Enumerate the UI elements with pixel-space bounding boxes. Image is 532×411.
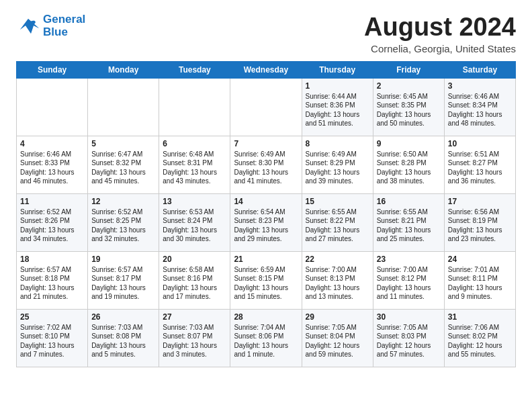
- day-number: 20: [163, 255, 226, 264]
- title-block: August 2024 Cornelia, Georgia, United St…: [364, 13, 516, 54]
- day-details: Sunrise: 6:48 AMSunset: 8:31 PMDaylight:…: [163, 150, 226, 186]
- day-details: Sunrise: 6:54 AMSunset: 8:23 PMDaylight:…: [234, 208, 298, 244]
- day-details: Sunrise: 6:55 AMSunset: 8:22 PMDaylight:…: [306, 208, 369, 244]
- day-details: Sunrise: 6:46 AMSunset: 8:34 PMDaylight:…: [448, 92, 512, 128]
- calendar-cell: 12Sunrise: 6:52 AMSunset: 8:25 PMDayligh…: [88, 193, 159, 251]
- day-details: Sunrise: 6:45 AMSunset: 8:35 PMDaylight:…: [377, 92, 441, 128]
- day-number: 27: [163, 312, 226, 322]
- day-details: Sunrise: 6:49 AMSunset: 8:30 PMDaylight:…: [234, 150, 298, 186]
- calendar-cell: 6Sunrise: 6:48 AMSunset: 8:31 PMDaylight…: [159, 136, 230, 193]
- page-header: General Blue August 2024 Cornelia, Georg…: [16, 13, 516, 54]
- day-number: 22: [306, 255, 369, 264]
- day-number: 30: [377, 312, 441, 322]
- day-details: Sunrise: 6:49 AMSunset: 8:29 PMDaylight:…: [306, 150, 369, 186]
- calendar-week-5: 25Sunrise: 7:02 AMSunset: 8:10 PMDayligh…: [17, 309, 516, 367]
- calendar-cell: 9Sunrise: 6:50 AMSunset: 8:28 PMDaylight…: [373, 136, 444, 193]
- calendar-cell: 14Sunrise: 6:54 AMSunset: 8:23 PMDayligh…: [230, 193, 302, 251]
- calendar-body: 1Sunrise: 6:44 AMSunset: 8:36 PMDaylight…: [17, 78, 516, 367]
- day-details: Sunrise: 6:52 AMSunset: 8:25 PMDaylight:…: [91, 208, 155, 244]
- calendar-cell: 29Sunrise: 7:05 AMSunset: 8:04 PMDayligh…: [302, 309, 373, 367]
- logo-icon: [16, 16, 40, 36]
- day-number: 23: [377, 255, 441, 264]
- day-number: 7: [234, 139, 298, 148]
- day-details: Sunrise: 6:56 AMSunset: 8:19 PMDaylight:…: [448, 208, 512, 244]
- location-subtitle: Cornelia, Georgia, United States: [364, 43, 516, 54]
- day-details: Sunrise: 6:46 AMSunset: 8:33 PMDaylight:…: [20, 150, 84, 186]
- calendar-cell: 21Sunrise: 6:59 AMSunset: 8:15 PMDayligh…: [230, 251, 302, 309]
- day-details: Sunrise: 7:05 AMSunset: 8:04 PMDaylight:…: [306, 323, 369, 359]
- calendar-cell: 30Sunrise: 7:05 AMSunset: 8:03 PMDayligh…: [373, 309, 444, 367]
- day-number: 24: [448, 255, 512, 264]
- day-number: 25: [20, 312, 84, 322]
- day-details: Sunrise: 7:04 AMSunset: 8:06 PMDaylight:…: [234, 323, 298, 359]
- day-number: 5: [91, 139, 155, 148]
- day-number: 21: [234, 255, 298, 264]
- day-number: 15: [306, 197, 369, 206]
- day-details: Sunrise: 7:00 AMSunset: 8:12 PMDaylight:…: [377, 265, 441, 302]
- logo: General Blue: [16, 13, 85, 38]
- day-number: 9: [377, 139, 441, 148]
- day-number: 11: [20, 197, 84, 206]
- weekday-header-monday: Monday: [88, 61, 159, 78]
- weekday-header-sunday: Sunday: [17, 61, 88, 78]
- svg-marker-1: [20, 19, 39, 34]
- calendar-cell: 4Sunrise: 6:46 AMSunset: 8:33 PMDaylight…: [17, 136, 88, 193]
- calendar-cell: 2Sunrise: 6:45 AMSunset: 8:35 PMDaylight…: [373, 78, 444, 136]
- calendar-table: SundayMondayTuesdayWednesdayThursdayFrid…: [16, 61, 516, 367]
- weekday-header-saturday: Saturday: [444, 61, 515, 78]
- day-details: Sunrise: 7:05 AMSunset: 8:03 PMDaylight:…: [377, 323, 441, 359]
- day-number: 29: [306, 312, 369, 322]
- weekday-header-thursday: Thursday: [302, 61, 373, 78]
- day-details: Sunrise: 6:51 AMSunset: 8:27 PMDaylight:…: [448, 150, 512, 186]
- calendar-cell: 28Sunrise: 7:04 AMSunset: 8:06 PMDayligh…: [230, 309, 302, 367]
- day-number: 16: [377, 197, 441, 206]
- day-details: Sunrise: 6:53 AMSunset: 8:24 PMDaylight:…: [163, 208, 226, 244]
- day-number: 19: [91, 255, 155, 264]
- calendar-week-2: 4Sunrise: 6:46 AMSunset: 8:33 PMDaylight…: [17, 136, 516, 193]
- calendar-cell: 13Sunrise: 6:53 AMSunset: 8:24 PMDayligh…: [159, 193, 230, 251]
- calendar-cell: 10Sunrise: 6:51 AMSunset: 8:27 PMDayligh…: [444, 136, 515, 193]
- day-details: Sunrise: 6:47 AMSunset: 8:32 PMDaylight:…: [91, 150, 155, 186]
- calendar-cell: 11Sunrise: 6:52 AMSunset: 8:26 PMDayligh…: [17, 193, 88, 251]
- logo-subtext: Blue: [43, 26, 85, 39]
- calendar-cell: 26Sunrise: 7:03 AMSunset: 8:08 PMDayligh…: [88, 309, 159, 367]
- day-number: 8: [306, 139, 369, 148]
- weekday-header-friday: Friday: [373, 61, 444, 78]
- weekday-header-wednesday: Wednesday: [230, 61, 302, 78]
- weekday-row: SundayMondayTuesdayWednesdayThursdayFrid…: [17, 61, 516, 78]
- calendar-week-4: 18Sunrise: 6:57 AMSunset: 8:18 PMDayligh…: [17, 251, 516, 309]
- day-number: 26: [91, 312, 155, 322]
- day-details: Sunrise: 7:00 AMSunset: 8:13 PMDaylight:…: [306, 265, 369, 302]
- day-number: 18: [20, 255, 84, 264]
- day-details: Sunrise: 7:03 AMSunset: 8:07 PMDaylight:…: [163, 323, 226, 359]
- day-details: Sunrise: 7:06 AMSunset: 8:02 PMDaylight:…: [448, 323, 512, 359]
- calendar-cell: 7Sunrise: 6:49 AMSunset: 8:30 PMDaylight…: [230, 136, 302, 193]
- month-year-title: August 2024: [364, 13, 516, 42]
- day-number: 14: [234, 197, 298, 206]
- day-number: 4: [20, 139, 84, 148]
- calendar-cell: 25Sunrise: 7:02 AMSunset: 8:10 PMDayligh…: [17, 309, 88, 367]
- calendar-cell: 24Sunrise: 7:01 AMSunset: 8:11 PMDayligh…: [444, 251, 515, 309]
- calendar-cell: [159, 78, 230, 136]
- day-number: 10: [448, 139, 512, 148]
- calendar-cell: 18Sunrise: 6:57 AMSunset: 8:18 PMDayligh…: [17, 251, 88, 309]
- day-details: Sunrise: 6:59 AMSunset: 8:15 PMDaylight:…: [234, 265, 298, 302]
- calendar-cell: 19Sunrise: 6:57 AMSunset: 8:17 PMDayligh…: [88, 251, 159, 309]
- day-details: Sunrise: 6:52 AMSunset: 8:26 PMDaylight:…: [20, 208, 84, 244]
- day-details: Sunrise: 6:57 AMSunset: 8:17 PMDaylight:…: [91, 265, 155, 302]
- calendar-cell: 22Sunrise: 7:00 AMSunset: 8:13 PMDayligh…: [302, 251, 373, 309]
- calendar-week-1: 1Sunrise: 6:44 AMSunset: 8:36 PMDaylight…: [17, 78, 516, 136]
- day-number: 13: [163, 197, 226, 206]
- calendar-cell: 8Sunrise: 6:49 AMSunset: 8:29 PMDaylight…: [302, 136, 373, 193]
- day-number: 31: [448, 312, 512, 322]
- day-number: 17: [448, 197, 512, 206]
- day-number: 6: [163, 139, 226, 148]
- calendar-cell: 1Sunrise: 6:44 AMSunset: 8:36 PMDaylight…: [302, 78, 373, 136]
- calendar-cell: 3Sunrise: 6:46 AMSunset: 8:34 PMDaylight…: [444, 78, 515, 136]
- calendar-header: SundayMondayTuesdayWednesdayThursdayFrid…: [17, 61, 516, 78]
- day-details: Sunrise: 7:01 AMSunset: 8:11 PMDaylight:…: [448, 265, 512, 302]
- calendar-cell: 27Sunrise: 7:03 AMSunset: 8:07 PMDayligh…: [159, 309, 230, 367]
- calendar-cell: 5Sunrise: 6:47 AMSunset: 8:32 PMDaylight…: [88, 136, 159, 193]
- day-details: Sunrise: 7:03 AMSunset: 8:08 PMDaylight:…: [91, 323, 155, 359]
- calendar-cell: [17, 78, 88, 136]
